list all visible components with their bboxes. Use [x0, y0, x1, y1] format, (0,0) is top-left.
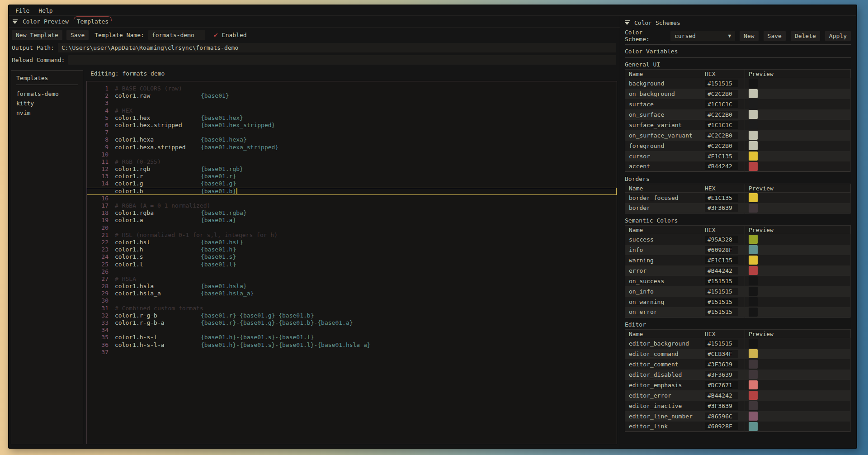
code-line[interactable]: 17# RGBA (A = 0-1 normalized) [87, 202, 617, 209]
code-line[interactable]: 7 [87, 129, 617, 136]
code-line[interactable]: 6color1.hex.stripped{base01.hex_stripped… [87, 122, 617, 129]
save-template-button[interactable]: Save [66, 30, 89, 40]
code-line[interactable]: 21# HSL (normalized 0-1 for s,l, integer… [87, 232, 617, 239]
color-swatch[interactable] [749, 412, 758, 421]
color-swatch[interactable] [749, 339, 758, 348]
color-swatch[interactable] [749, 360, 758, 369]
template-list-item-formats-demo[interactable]: formats-demo [16, 89, 78, 99]
color-swatch[interactable] [749, 349, 758, 358]
color-swatch[interactable] [749, 89, 758, 98]
code-line[interactable]: 16 [87, 195, 617, 202]
code-line[interactable]: 26 [87, 268, 617, 275]
code-line[interactable]: 24color1.s{base01.s} [87, 253, 617, 261]
output-path-input[interactable] [58, 43, 616, 52]
code-line[interactable]: 30 [87, 297, 617, 304]
color-hex-input[interactable]: #E1C135 [705, 152, 738, 160]
color-swatch[interactable] [749, 401, 758, 410]
code-line[interactable]: 28color1.hsla{base01.hsla} [87, 283, 617, 290]
reload-command-input[interactable] [68, 55, 616, 65]
code-line[interactable]: 20 [87, 224, 617, 232]
color-swatch[interactable] [749, 162, 758, 171]
code-line[interactable]: 23color1.h{base01.h} [87, 246, 617, 253]
color-swatch[interactable] [749, 152, 758, 161]
color-swatch[interactable] [749, 422, 758, 431]
code-line[interactable]: 31# Combined custom formats [87, 305, 617, 312]
color-hex-input[interactable]: #151515 [705, 288, 738, 295]
color-swatch[interactable] [749, 120, 758, 129]
template-list-item-kitty[interactable]: kitty [16, 99, 78, 108]
code-line[interactable]: 13color1.r{base01.r} [87, 173, 617, 180]
code-line[interactable]: 32color1.r-g-b{base01.r}-{base01.g}-{bas… [87, 312, 617, 319]
scheme-delete-button[interactable]: Delete [791, 31, 820, 41]
color-swatch[interactable] [749, 256, 758, 265]
color-hex-input[interactable]: #C2C2B0 [705, 111, 738, 118]
color-swatch[interactable] [749, 100, 758, 109]
code-line[interactable]: 2color1.raw{base01} [87, 92, 617, 100]
color-swatch[interactable] [749, 276, 758, 285]
color-scheme-dropdown[interactable]: cursed ▼ [670, 31, 735, 41]
code-line[interactable]: 27# HSLA [87, 275, 617, 283]
code-line[interactable]: 9color1.hexa.stripped{base01.hexa_stripp… [87, 144, 617, 151]
color-swatch[interactable] [749, 193, 758, 202]
color-swatch[interactable] [749, 297, 758, 306]
color-hex-input[interactable]: #60928F [705, 422, 738, 430]
color-hex-input[interactable]: #151515 [705, 308, 738, 316]
template-name-input[interactable] [148, 30, 205, 40]
color-swatch[interactable] [749, 308, 758, 317]
color-hex-input[interactable]: #3F3639 [705, 360, 738, 368]
code-line[interactable]: 1# BASE COLORS (raw) [87, 85, 617, 92]
color-hex-input[interactable]: #CEB34F [705, 350, 738, 358]
color-swatch[interactable] [749, 131, 758, 140]
color-hex-input[interactable]: #95A328 [705, 236, 738, 243]
tab-templates[interactable]: Templates [76, 16, 109, 28]
color-hex-input[interactable]: #1C1C1C [705, 100, 738, 108]
code-line[interactable]: 22color1.hsl{base01.hsl} [87, 239, 617, 246]
color-hex-input[interactable]: #C2C2B0 [705, 90, 738, 98]
tab-color-preview[interactable]: Color Preview [22, 16, 70, 28]
scheme-new-button[interactable]: New [740, 31, 758, 41]
code-line[interactable]: color1.b{base01.b} [87, 188, 617, 195]
code-line[interactable]: 11# RGB (0-255) [87, 158, 617, 166]
code-line[interactable]: 18color1.rgba{base01.rgba} [87, 209, 617, 217]
color-swatch[interactable] [749, 204, 758, 213]
color-hex-input[interactable]: #1C1C1C [705, 121, 738, 129]
code-line[interactable]: 10 [87, 151, 617, 158]
template-list-item-nvim[interactable]: nvim [16, 108, 78, 118]
code-line[interactable]: 5color1.hex{base01.hex} [87, 114, 617, 122]
color-hex-input[interactable]: #60928F [705, 246, 738, 254]
color-swatch[interactable] [749, 245, 758, 254]
code-line[interactable]: 29color1.hsla_a{base01.hsla_a} [87, 290, 617, 297]
color-swatch[interactable] [749, 141, 758, 150]
code-line[interactable]: 4# HEX [87, 107, 617, 114]
color-hex-input[interactable]: #86596C [705, 412, 738, 420]
new-template-button[interactable]: New Template [12, 30, 62, 40]
template-code-editor[interactable]: 1# BASE COLORS (raw)2color1.raw{base01}3… [86, 81, 617, 444]
menu-item-file[interactable]: File [15, 7, 29, 14]
color-hex-input[interactable]: #151515 [705, 340, 738, 347]
code-line[interactable]: 36color1.h-s-l-a{base01.h}-{base01.s}-{b… [87, 341, 617, 349]
collapse-panel-icon[interactable] [13, 19, 18, 24]
code-line[interactable]: 12color1.rgb{base01.rgb} [87, 166, 617, 173]
code-line[interactable]: 34 [87, 327, 617, 334]
scheme-apply-button[interactable]: Apply [825, 31, 851, 41]
code-line[interactable]: 19color1.a{base01.a} [87, 217, 617, 224]
scheme-save-button[interactable]: Save [764, 31, 786, 41]
collapse-panel-icon[interactable] [625, 20, 630, 25]
color-hex-input[interactable]: #B44242 [705, 392, 738, 399]
color-hex-input[interactable]: #E1C135 [705, 194, 738, 202]
color-hex-input[interactable]: #C2C2B0 [705, 142, 738, 150]
color-swatch[interactable] [749, 287, 758, 296]
color-hex-input[interactable]: #B44242 [705, 267, 738, 275]
color-swatch[interactable] [749, 370, 758, 379]
color-hex-input[interactable]: #3F3639 [705, 402, 738, 410]
code-line[interactable]: 3 [87, 100, 617, 107]
menu-item-help[interactable]: Help [38, 7, 52, 14]
color-hex-input[interactable]: #C2C2B0 [705, 132, 738, 139]
code-line[interactable]: 8color1.hexa{base01.hexa} [87, 136, 617, 143]
color-swatch[interactable] [749, 380, 758, 389]
color-hex-input[interactable]: #3F3639 [705, 204, 738, 212]
code-line[interactable]: 35color1.h-s-l{base01.h}-{base01.s}-{bas… [87, 334, 617, 341]
code-line[interactable]: 14color1.g{base01.g} [87, 180, 617, 187]
code-line[interactable]: 37 [87, 349, 617, 356]
color-hex-input[interactable]: #E1C135 [705, 256, 738, 264]
